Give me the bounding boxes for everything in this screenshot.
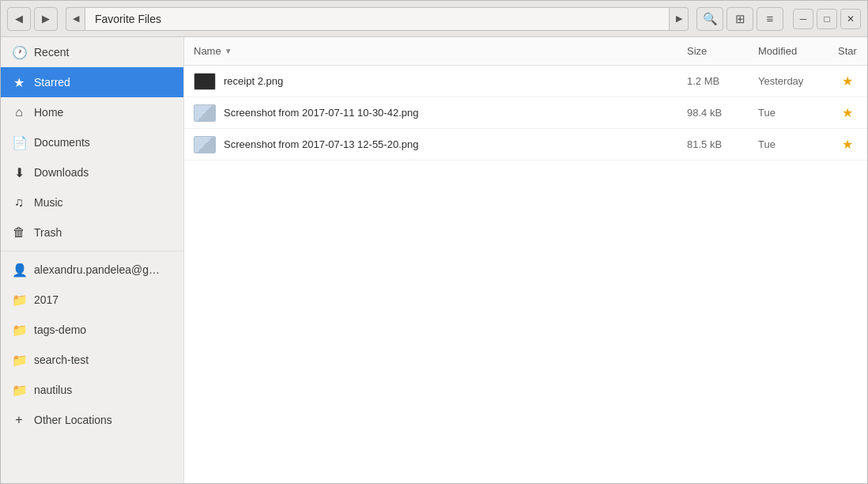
sidebar-item-other-locations[interactable]: +Other Locations bbox=[1, 405, 183, 435]
sidebar-item-label-nautilus: nautilus bbox=[34, 384, 72, 396]
starred-icon: ★ bbox=[12, 75, 26, 90]
sidebar-item-label-music: Music bbox=[34, 196, 63, 209]
sidebar-item-label-documents: Documents bbox=[34, 136, 90, 149]
search-button[interactable]: 🔍 bbox=[696, 7, 723, 31]
trash-icon: 🗑 bbox=[12, 225, 26, 240]
sidebar-item-downloads[interactable]: ⬇Downloads bbox=[1, 157, 183, 187]
sidebar-item-label-trash: Trash bbox=[34, 226, 62, 239]
file-modified-cell: Tue bbox=[749, 138, 828, 150]
back-button[interactable]: ◀ bbox=[7, 7, 31, 31]
sidebar-item-nautilus[interactable]: 📁nautilus bbox=[1, 375, 183, 405]
sidebar-item-documents[interactable]: 📄Documents bbox=[1, 127, 183, 157]
breadcrumb-label: Favorite Files bbox=[85, 7, 670, 31]
minimize-button[interactable]: ─ bbox=[793, 9, 813, 29]
table-row[interactable]: Screenshot from 2017-07-11 10-30-42.png9… bbox=[184, 97, 867, 129]
sidebar-item-label-home: Home bbox=[34, 106, 63, 119]
sidebar-item-label-account: alexandru.pandelea@g… bbox=[34, 263, 160, 276]
window: ◀ ▶ ◀ Favorite Files ▶ 🔍 ⊞ ≡ ─ □ ✕ 🕐Rece… bbox=[0, 0, 868, 484]
table-row[interactable]: receipt 2.png1.2 MBYesterday★ bbox=[184, 66, 867, 97]
sidebar-item-label-downloads: Downloads bbox=[34, 166, 89, 179]
sidebar-item-label-search-test: search-test bbox=[34, 354, 89, 366]
file-name-label: receipt 2.png bbox=[224, 75, 283, 87]
file-name-label: Screenshot from 2017-07-13 12-55-20.png bbox=[224, 138, 418, 150]
grid-view-button[interactable]: ⊞ bbox=[726, 7, 753, 31]
column-header-modified[interactable]: Modified bbox=[749, 37, 828, 65]
sidebar-item-recent[interactable]: 🕐Recent bbox=[1, 37, 183, 67]
recent-icon: 🕐 bbox=[12, 45, 26, 60]
sort-arrow-icon: ▼ bbox=[225, 47, 232, 55]
sidebar-item-label-starred: Starred bbox=[34, 76, 70, 89]
file-name-cell: Screenshot from 2017-07-13 12-55-20.png bbox=[184, 136, 677, 153]
file-modified-cell: Tue bbox=[749, 107, 828, 119]
file-size-cell: 1.2 MB bbox=[677, 75, 749, 87]
downloads-icon: ⬇ bbox=[12, 165, 26, 180]
sidebar-item-trash[interactable]: 🗑Trash bbox=[1, 217, 183, 248]
sidebar-item-home[interactable]: ⌂Home bbox=[1, 97, 183, 127]
sidebar-item-search-test[interactable]: 📁search-test bbox=[1, 345, 183, 375]
sidebar: 🕐Recent★Starred⌂Home📄Documents⬇Downloads… bbox=[1, 37, 184, 483]
file-size-cell: 81.5 kB bbox=[677, 138, 749, 150]
file-name-cell: Screenshot from 2017-07-11 10-30-42.png bbox=[184, 104, 677, 122]
file-name-cell: receipt 2.png bbox=[184, 73, 677, 90]
tags-demo-icon: 📁 bbox=[12, 323, 26, 338]
list-view-button[interactable]: ≡ bbox=[757, 7, 783, 31]
account-icon: 👤 bbox=[12, 263, 26, 278]
sidebar-divider bbox=[1, 251, 183, 251]
sidebar-item-label-2017: 2017 bbox=[34, 293, 58, 306]
2017-icon: 📁 bbox=[12, 293, 26, 308]
table-row[interactable]: Screenshot from 2017-07-13 12-55-20.png8… bbox=[184, 129, 867, 161]
file-star-cell[interactable]: ★ bbox=[828, 105, 867, 120]
documents-icon: 📄 bbox=[12, 135, 26, 150]
nautilus-icon: 📁 bbox=[12, 383, 26, 398]
column-header-size[interactable]: Size bbox=[677, 37, 749, 65]
file-thumb-img bbox=[194, 137, 215, 153]
sidebar-item-2017[interactable]: 📁2017 bbox=[1, 285, 183, 315]
file-list-header: Name ▼ Size Modified Star bbox=[184, 37, 867, 66]
toolbar-right: 🔍 ⊞ ≡ bbox=[696, 7, 783, 31]
sidebar-item-music[interactable]: ♫Music bbox=[1, 187, 183, 217]
file-thumb-img bbox=[194, 105, 215, 121]
file-star-cell[interactable]: ★ bbox=[828, 137, 867, 152]
column-header-name[interactable]: Name ▼ bbox=[184, 37, 677, 65]
file-area: Name ▼ Size Modified Star receipt 2.png1… bbox=[184, 37, 867, 483]
sidebar-item-label-recent: Recent bbox=[34, 46, 69, 59]
file-thumb-img bbox=[194, 74, 215, 89]
close-button[interactable]: ✕ bbox=[840, 9, 861, 29]
titlebar: ◀ ▶ ◀ Favorite Files ▶ 🔍 ⊞ ≡ ─ □ ✕ bbox=[1, 1, 867, 37]
breadcrumb: ◀ Favorite Files ▶ bbox=[66, 7, 689, 31]
maximize-button[interactable]: □ bbox=[817, 9, 837, 29]
file-thumbnail bbox=[194, 104, 216, 122]
file-thumbnail bbox=[194, 136, 216, 153]
other-locations-icon: + bbox=[12, 413, 26, 427]
main-content: 🕐Recent★Starred⌂Home📄Documents⬇Downloads… bbox=[1, 37, 867, 483]
forward-button[interactable]: ▶ bbox=[34, 7, 58, 31]
column-header-star[interactable]: Star bbox=[828, 37, 867, 65]
file-name-label: Screenshot from 2017-07-11 10-30-42.png bbox=[224, 107, 418, 119]
sidebar-item-tags-demo[interactable]: 📁tags-demo bbox=[1, 315, 183, 345]
search-test-icon: 📁 bbox=[12, 353, 26, 368]
breadcrumb-next-button[interactable]: ▶ bbox=[670, 7, 689, 31]
file-thumbnail bbox=[194, 73, 216, 90]
window-controls: ─ □ ✕ bbox=[793, 9, 861, 29]
home-icon: ⌂ bbox=[12, 105, 26, 119]
music-icon: ♫ bbox=[12, 195, 26, 210]
file-size-cell: 98.4 kB bbox=[677, 107, 749, 119]
sidebar-item-label-other-locations: Other Locations bbox=[34, 414, 112, 426]
file-modified-cell: Yesterday bbox=[749, 75, 828, 87]
breadcrumb-prev-button[interactable]: ◀ bbox=[66, 7, 85, 31]
sidebar-item-account[interactable]: 👤alexandru.pandelea@g… bbox=[1, 255, 183, 285]
sidebar-item-label-tags-demo: tags-demo bbox=[34, 323, 86, 336]
file-list: receipt 2.png1.2 MBYesterday★Screenshot … bbox=[184, 66, 867, 483]
file-star-cell[interactable]: ★ bbox=[828, 74, 867, 89]
sidebar-item-starred[interactable]: ★Starred bbox=[1, 67, 183, 97]
